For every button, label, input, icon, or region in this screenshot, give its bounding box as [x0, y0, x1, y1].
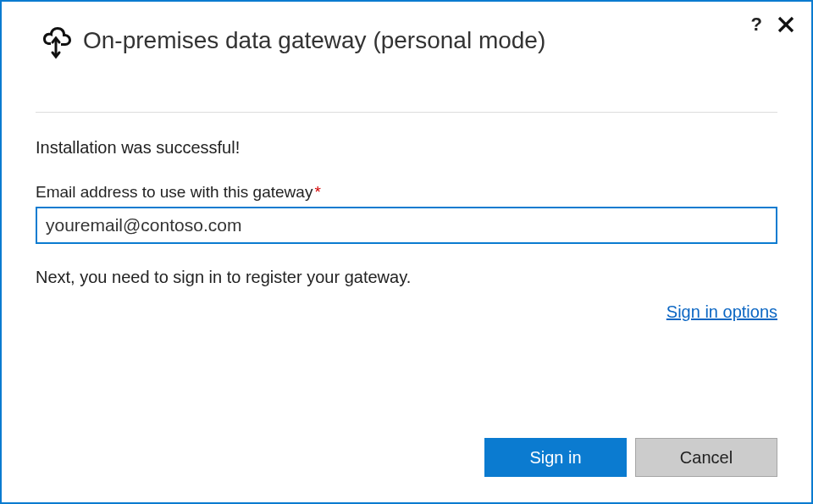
required-asterisk: * [314, 183, 320, 201]
signin-options-link[interactable]: Sign in options [666, 302, 777, 321]
button-row: Sign in Cancel [484, 438, 777, 477]
close-icon[interactable] [777, 16, 794, 33]
email-field[interactable] [36, 207, 777, 244]
cancel-button[interactable]: Cancel [635, 438, 777, 477]
help-icon[interactable]: ? [751, 14, 762, 36]
titlebar-controls: ? [751, 14, 794, 36]
gateway-installer-window: ? On-premises data gateway (personal mod… [0, 0, 813, 504]
divider [36, 112, 777, 113]
options-link-row: Sign in options [36, 302, 777, 322]
email-label-text: Email address to use with this gateway [36, 183, 312, 201]
signin-hint: Next, you need to sign in to register yo… [36, 268, 777, 287]
cloud-gateway-icon [36, 20, 76, 61]
success-message: Installation was successful! [36, 138, 777, 158]
titlebar: On-premises data gateway (personal mode) [36, 20, 777, 61]
email-label: Email address to use with this gateway* [36, 183, 777, 202]
signin-button[interactable]: Sign in [484, 438, 627, 477]
window-title: On-premises data gateway (personal mode) [83, 27, 777, 54]
